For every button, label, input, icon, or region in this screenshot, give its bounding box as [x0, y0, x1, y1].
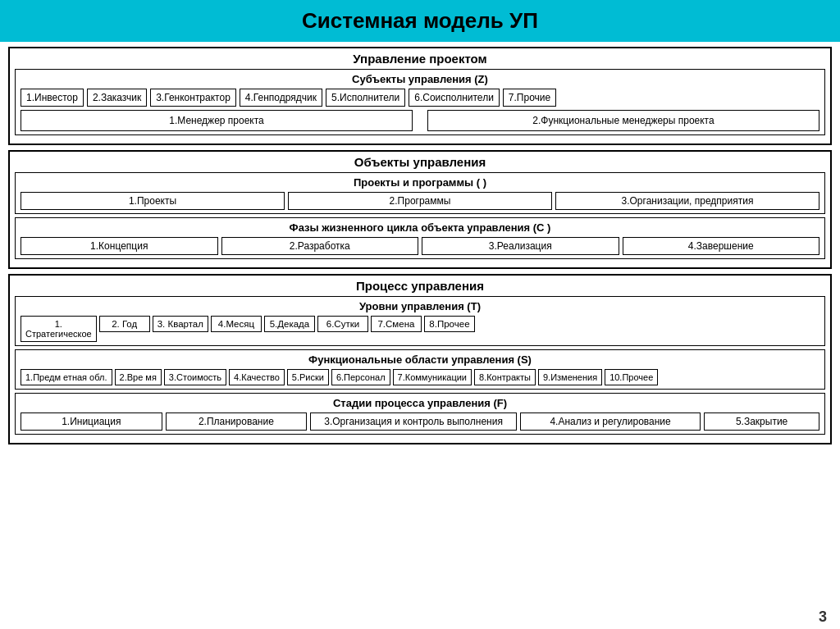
objects-section: Объекты управления Проекты и программы (… [8, 150, 832, 269]
stage-1: 1.Инициация [21, 412, 162, 431]
phases-row: 1.Концепция 2.Разработка 3.Реализация 4.… [21, 237, 819, 255]
managers-row: 1.Менеджер проекта 2.Функциональные мене… [21, 110, 819, 131]
level-6: 6.Сутки [317, 316, 368, 332]
phase-2: 2.Разработка [221, 237, 419, 255]
level-5: 5.Декада [264, 316, 315, 332]
subjects-inner: Субъекты управления (Z) 1.Инвестор 2.Зак… [15, 69, 825, 135]
func-10: 10.Прочее [605, 369, 658, 385]
func-7: 7.Коммуникации [393, 369, 472, 385]
phase-1: 1.Концепция [21, 237, 218, 255]
phase-4: 4.Завершение [623, 237, 820, 255]
stages-title: Стадии процесса управления (F) [21, 397, 819, 409]
stage-2: 2.Планирование [166, 412, 308, 431]
manager-1: 1.Менеджер проекта [21, 110, 413, 131]
management-title: Управление проектом [15, 52, 825, 66]
stage-5: 5.Закрытие [704, 412, 819, 431]
main-content: Управление проектом Субъекты управления … [0, 42, 840, 449]
page-title: Системная модель УП [0, 0, 840, 42]
objects-title: Объекты управления [15, 155, 825, 169]
subjects-title: Субъекты управления (Z) [21, 73, 819, 85]
subject-6: 6.Соисполнители [409, 89, 500, 107]
func-6: 6.Персонал [331, 369, 390, 385]
phases-title: Фазы жизненного цикла объекта управления… [21, 221, 819, 234]
func-areas-row: 1.Предм етная обл. 2.Вре мя 3.Стоимость … [21, 369, 819, 385]
level-3: 3. Квартал [153, 316, 208, 332]
subject-5: 5.Исполнители [326, 89, 405, 107]
levels-title: Уровни управления (Т) [21, 300, 819, 312]
stage-3: 3.Организация и контроль выполнения [310, 412, 517, 431]
programs-title: Проекты и программы ( ) [21, 176, 819, 189]
prog-1: 1.Проекты [21, 192, 285, 210]
page-number: 3 [819, 608, 827, 626]
programs-row: 1.Проекты 2.Программы 3.Организации, пре… [21, 192, 819, 210]
level-7: 7.Смена [371, 316, 422, 332]
func-3: 3.Стоимость [164, 369, 226, 385]
func-5: 5.Риски [287, 369, 329, 385]
subject-3: 3.Генконтрактор [150, 89, 236, 107]
subject-7: 7.Прочие [503, 89, 556, 107]
func-8: 8.Контракты [474, 369, 536, 385]
func-4: 4.Качество [229, 369, 285, 385]
phase-3: 3.Реализация [422, 237, 619, 255]
stage-4: 4.Анализ и регулирование [520, 412, 701, 431]
programs-inner: Проекты и программы ( ) 1.Проекты 2.Прог… [15, 172, 825, 214]
stages-inner: Стадии процесса управления (F) 1.Инициац… [15, 393, 825, 435]
manager-2: 2.Функциональные менеджеры проекта [427, 110, 819, 131]
level-4: 4.Месяц [211, 316, 262, 332]
prog-2: 2.Программы [288, 192, 552, 210]
func-areas-inner: Функциональные области управления (S) 1.… [15, 349, 825, 390]
levels-inner: Уровни управления (Т) 1.Стратегическое 2… [15, 296, 825, 346]
subject-1: 1.Инвестор [21, 89, 84, 107]
func-1: 1.Предм етная обл. [21, 369, 112, 385]
func-9: 9.Изменения [538, 369, 602, 385]
subjects-row: 1.Инвестор 2.Заказчик 3.Генконтрактор 4.… [21, 89, 819, 107]
func-2: 2.Вре мя [115, 369, 162, 385]
stages-row: 1.Инициация 2.Планирование 3.Организация… [21, 412, 819, 431]
subject-4: 4.Генподрядчик [240, 89, 322, 107]
level-8: 8.Прочее [424, 316, 475, 332]
func-areas-title: Функциональные области управления (S) [21, 353, 819, 366]
process-section: Процесс управления Уровни управления (Т)… [8, 274, 832, 444]
level-1: 1.Стратегическое [21, 316, 97, 342]
prog-3: 3.Организации, предприятия [555, 192, 819, 210]
level-2: 2. Год [99, 316, 150, 332]
subject-2: 2.Заказчик [87, 89, 147, 107]
phases-inner: Фазы жизненного цикла объекта управления… [15, 217, 825, 259]
management-section: Управление проектом Субъекты управления … [8, 47, 832, 145]
process-title: Процесс управления [15, 279, 825, 293]
levels-row: 1.Стратегическое 2. Год 3. Квартал 4.Мес… [21, 316, 819, 342]
